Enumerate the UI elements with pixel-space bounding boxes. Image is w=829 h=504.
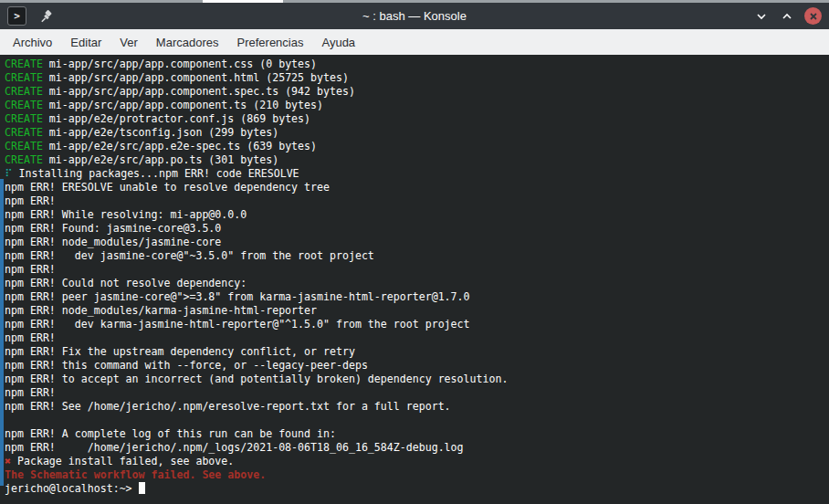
menu-editar[interactable]: Editar [61, 29, 110, 55]
maximize-button[interactable] [779, 8, 795, 25]
terminal-line: CREATE mi-app/e2e/protractor.conf.js (86… [5, 112, 829, 126]
terminal-line: ⠏ Installing packages...npm ERR! code ER… [5, 167, 829, 181]
pushpin-icon [39, 9, 54, 24]
close-button[interactable] [804, 7, 822, 25]
menu-archivo[interactable]: Archivo [4, 29, 61, 55]
konsole-terminal-icon[interactable]: > [7, 6, 26, 26]
terminal-line: npm ERR! /home/jericho/.npm/_logs/2021-0… [5, 441, 829, 455]
terminal-line: npm ERR! dev jasmine-core@"~3.5.0" from … [5, 249, 829, 263]
terminal-line: CREATE mi-app/src/app/app.component.css … [5, 58, 829, 71]
terminal-cursor [139, 482, 145, 494]
terminal-line: npm ERR! node_modules/jasmine-core [5, 236, 829, 249]
terminal-line: npm ERR! ERESOLVE unable to resolve depe… [5, 181, 829, 194]
terminal-line: npm ERR! node_modules/karma-jasmine-html… [5, 304, 829, 318]
menu-ver[interactable]: Ver [110, 29, 147, 55]
terminal-line: npm ERR! A complete log of this run can … [5, 427, 829, 441]
terminal-line: jericho@localhost:~> [5, 482, 829, 496]
menu-preferencias[interactable]: Preferencias [227, 29, 312, 55]
konsole-window: > ~ : bash — Konsole [0, 0, 829, 504]
terminal-line: npm ERR! this command with --force, or -… [5, 359, 829, 373]
terminal-line: npm ERR! Found: jasmine-core@3.5.0 [5, 222, 829, 236]
terminal-line: CREATE mi-app/e2e/src/app.e2e-spec.ts (6… [5, 140, 829, 153]
terminal-line: npm ERR! [5, 331, 829, 345]
terminal-line: npm ERR! [5, 263, 829, 277]
terminal-line: npm ERR! While resolving: mi-app@0.0.0 [5, 208, 829, 222]
terminal-line: ✖ Package install failed, see above. [5, 455, 829, 468]
terminal-line: CREATE mi-app/e2e/tsconfig.json (299 byt… [5, 126, 829, 140]
minimize-button[interactable] [753, 8, 770, 25]
terminal-line: CREATE mi-app/src/app/app.component.html… [5, 71, 829, 85]
scrollbar-thumb[interactable] [0, 179, 4, 486]
title-bar[interactable]: > ~ : bash — Konsole [0, 3, 829, 29]
terminal-line: npm ERR! See /home/jericho/.npm/eresolve… [5, 400, 829, 414]
terminal-line [5, 414, 829, 427]
window-title: ~ : bash — Konsole [0, 9, 829, 23]
terminal-line: npm ERR! dev karma-jasmine-html-reporter… [5, 318, 829, 331]
close-x-icon [809, 12, 818, 21]
terminal-output: CREATE mi-app/src/app/app.component.css … [5, 58, 829, 496]
terminal-line: CREATE mi-app/src/app/app.component.ts (… [5, 99, 829, 112]
terminal-line: npm ERR! [5, 194, 829, 208]
terminal-line: npm ERR! Could not resolve dependency: [5, 277, 829, 290]
terminal-line: CREATE mi-app/e2e/src/app.po.ts (301 byt… [5, 153, 829, 167]
terminal-line: CREATE mi-app/src/app/app.component.spec… [5, 85, 829, 99]
menu-marcadores[interactable]: Marcadores [147, 29, 228, 55]
terminal-line: npm ERR! peer jasmine-core@">=3.8" from … [5, 290, 829, 304]
terminal-area[interactable]: CREATE mi-app/src/app/app.component.css … [0, 55, 829, 504]
terminal-line: npm ERR! [5, 386, 829, 400]
chevron-down-icon [755, 10, 768, 23]
menu-ayuda[interactable]: Ayuda [312, 29, 364, 55]
chevron-up-icon [781, 10, 793, 23]
terminal-line: The Schematic workflow failed. See above… [5, 468, 829, 482]
terminal-line: npm ERR! Fix the upstream dependency con… [5, 345, 829, 359]
terminal-line: npm ERR! to accept an incorrect (and pot… [5, 373, 829, 386]
menu-bar: ArchivoEditarVerMarcadoresPreferenciasAy… [0, 29, 829, 55]
